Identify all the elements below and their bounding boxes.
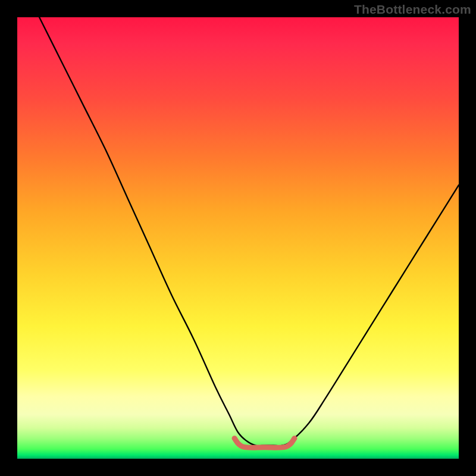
chart-frame: TheBottleneck.com bbox=[0, 0, 476, 476]
optimal-range-highlight bbox=[234, 439, 295, 448]
chart-plot-area bbox=[17, 17, 459, 459]
watermark-label: TheBottleneck.com bbox=[354, 2, 471, 17]
chart-svg bbox=[17, 17, 459, 459]
bottleneck-curve-line bbox=[39, 17, 459, 446]
